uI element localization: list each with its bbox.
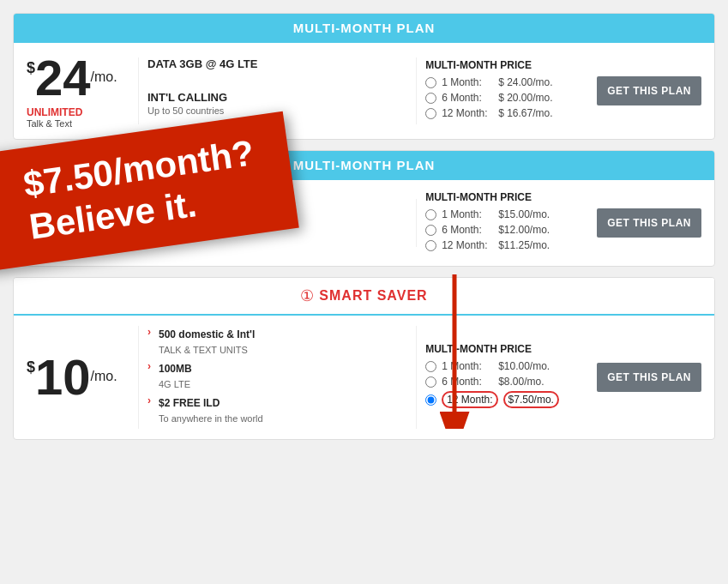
- price-number-3: 10: [35, 352, 91, 402]
- feature-arrow-3-1: ›: [147, 326, 156, 338]
- price-talk-text-1: Talk & Text: [27, 118, 72, 129]
- price-per-3: /mo.: [91, 370, 117, 383]
- plan-title-2: MULTI-MONTH PLAN: [293, 158, 436, 172]
- radio-3-1[interactable]: [425, 361, 436, 372]
- option-label-1-3: 12 Month:: [442, 107, 493, 119]
- option-price-2-2: $12.00/mo.: [498, 224, 550, 236]
- radio-3-3[interactable]: [425, 394, 436, 406]
- price-number-1: 24: [35, 53, 91, 103]
- feature1-title-2: DATA 1GB @ 4G LTE: [147, 199, 407, 212]
- feature-text-3-2: 100MB: [159, 363, 192, 375]
- option-price-1-2: $ 20.00/mo.: [498, 92, 552, 104]
- option-price-3-3: $7.50/mo.: [503, 391, 559, 408]
- pricing-title-1: MULTI-MONTH PRICE: [425, 59, 580, 71]
- option-label-2-1: 1 Month:: [442, 208, 493, 220]
- radio-1-1[interactable]: [425, 77, 436, 88]
- price-dollar-3: $: [27, 359, 35, 375]
- feature1-sub-1: [147, 72, 407, 82]
- price-unlimited-2: UNLIMITED EVER: [27, 244, 113, 256]
- option-label-3-3: 12 Month:: [442, 391, 497, 408]
- option-price-2-3: $11.25/mo.: [498, 239, 550, 251]
- pricing-option-1-3[interactable]: 12 Month: $ 16.67/mo.: [425, 107, 580, 119]
- option-label-2-3: 12 Month:: [442, 239, 493, 251]
- feature-text-3-3: $2 FREE ILD: [159, 397, 220, 409]
- pricing-option-2-2[interactable]: 6 Month: $12.00/mo.: [425, 224, 580, 236]
- plan-header-2: MULTI-MONTH PLAN: [14, 151, 714, 180]
- option-label-1-1: 1 Month:: [442, 76, 493, 88]
- feature-3-3: › $2 FREE ILD To anywhere in the world: [147, 394, 407, 425]
- price-dollar-2: $: [27, 197, 35, 213]
- cta-button-2[interactable]: GET THIS PLAN: [597, 208, 701, 238]
- pricing-option-2-1[interactable]: 1 Month: $15.00/mo.: [425, 208, 580, 220]
- cta-button-3[interactable]: GET THIS PLAN: [597, 363, 701, 392]
- feature-sub-3-1: TALK & TEXT UNITS: [159, 345, 248, 355]
- cta-section-1: GET THIS PLAN: [588, 76, 701, 105]
- feature-3-2: › 100MB 4G LTE: [147, 360, 407, 391]
- smart-saver-title: SMART SAVER: [319, 288, 427, 304]
- pricing-title-3: MULTI-MONTH PRICE: [425, 343, 580, 355]
- feature-sub-3-2: 4G LTE: [159, 379, 190, 389]
- option-price-1-3: $ 16.67/mo.: [498, 107, 552, 119]
- price-per-1: /mo.: [91, 70, 117, 84]
- pricing-options-1: MULTI-MONTH PRICE 1 Month: $ 24.00/mo. 6…: [425, 59, 580, 123]
- price-section-1: $ 24 /mo. UNLIMITED Talk & Text: [27, 53, 129, 129]
- radio-1-2[interactable]: [425, 93, 436, 104]
- radio-3-2[interactable]: [425, 376, 436, 388]
- feature-text-3-1: 500 domestic & Int'l: [159, 328, 255, 340]
- feature-3-1: › 500 domestic & Int'l TALK & TEXT UNITS: [147, 326, 407, 357]
- feature1-title-1: DATA 3GB @ 4G LTE: [147, 57, 407, 70]
- pricing-title-2: MULTI-MONTH PRICE: [425, 191, 580, 203]
- plan-card-2: MULTI-MONTH PLAN $ 20 /mo. UNLIMITED EVE…: [13, 150, 715, 267]
- feature2-title-1: INT'L CALLING: [147, 91, 407, 104]
- price-section-2: $ 20 /mo. UNLIMITED EVER: [27, 190, 129, 256]
- pricing-option-1-1[interactable]: 1 Month: $ 24.00/mo.: [425, 76, 580, 88]
- price-dollar-1: $: [27, 60, 35, 75]
- feature2-title-2: INT...: [147, 232, 407, 245]
- pricing-option-3-2[interactable]: 6 Month: $8.00/mo.: [425, 376, 580, 388]
- cta-section-3: GET THIS PLAN: [588, 363, 701, 392]
- price-unlimited-1: UNLIMITED: [27, 106, 82, 118]
- option-label-2-2: 6 Month:: [442, 224, 493, 236]
- smart-saver-icon: ①: [300, 286, 314, 305]
- radio-2-2[interactable]: [425, 225, 436, 236]
- option-price-3-1: $10.00/mo.: [498, 360, 550, 372]
- feature2-sub-1: Up to 50 countries: [147, 105, 407, 116]
- plan-title-1: MULTI-MONTH PLAN: [293, 21, 436, 35]
- features-section-2: DATA 1GB @ 4G LTE 128 kbps speeds therea…: [138, 199, 417, 247]
- price-per-2: /mo.: [91, 208, 117, 221]
- pricing-option-2-3[interactable]: 12 Month: $11.25/mo.: [425, 239, 580, 251]
- price-section-3: $ 10 /mo.: [27, 352, 129, 402]
- option-price-3-2: $8.00/mo.: [498, 376, 544, 388]
- pricing-option-3-3[interactable]: 12 Month: $7.50/mo.: [425, 391, 580, 408]
- pricing-option-3-1[interactable]: 1 Month: $10.00/mo.: [425, 360, 580, 372]
- option-label-3-2: 6 Month:: [442, 376, 493, 388]
- radio-2-3[interactable]: [425, 240, 436, 251]
- option-price-1-1: $ 24.00/mo.: [498, 76, 552, 88]
- option-label-3-1: 1 Month:: [442, 360, 493, 372]
- radio-2-1[interactable]: [425, 209, 436, 220]
- smart-saver-header: ① SMART SAVER: [14, 278, 714, 316]
- plan-card-1: MULTI-MONTH PLAN $ 24 /mo. UNLIMITED Tal…: [13, 13, 715, 140]
- pricing-options-2: MULTI-MONTH PRICE 1 Month: $15.00/mo. 6 …: [425, 191, 580, 255]
- option-price-2-1: $15.00/mo.: [498, 208, 550, 220]
- cta-section-2: GET THIS PLAN: [588, 208, 701, 238]
- feature1-sub-2: 128 kbps speeds thereaft...: [147, 214, 407, 224]
- features-section-3: › 500 domestic & Int'l TALK & TEXT UNITS…: [138, 326, 417, 429]
- radio-1-3[interactable]: [425, 108, 436, 119]
- pricing-options-3: MULTI-MONTH PRICE 1 Month: $10.00/mo. 6 …: [425, 343, 580, 412]
- feature-arrow-3-3: ›: [147, 394, 156, 406]
- features-section-1: DATA 3GB @ 4G LTE INT'L CALLING Up to 50…: [138, 57, 417, 124]
- pricing-option-1-2[interactable]: 6 Month: $ 20.00/mo.: [425, 92, 580, 104]
- plan-card-3: ① SMART SAVER $ 10 /mo. › 500 domestic &…: [13, 277, 715, 440]
- plan-header-1: MULTI-MONTH PLAN: [14, 14, 714, 43]
- feature-arrow-3-2: ›: [147, 360, 156, 372]
- feature-sub-3-3: To anywhere in the world: [159, 413, 263, 424]
- price-number-2: 20: [35, 190, 91, 240]
- option-label-1-2: 6 Month:: [442, 92, 493, 104]
- cta-button-1[interactable]: GET THIS PLAN: [597, 76, 701, 105]
